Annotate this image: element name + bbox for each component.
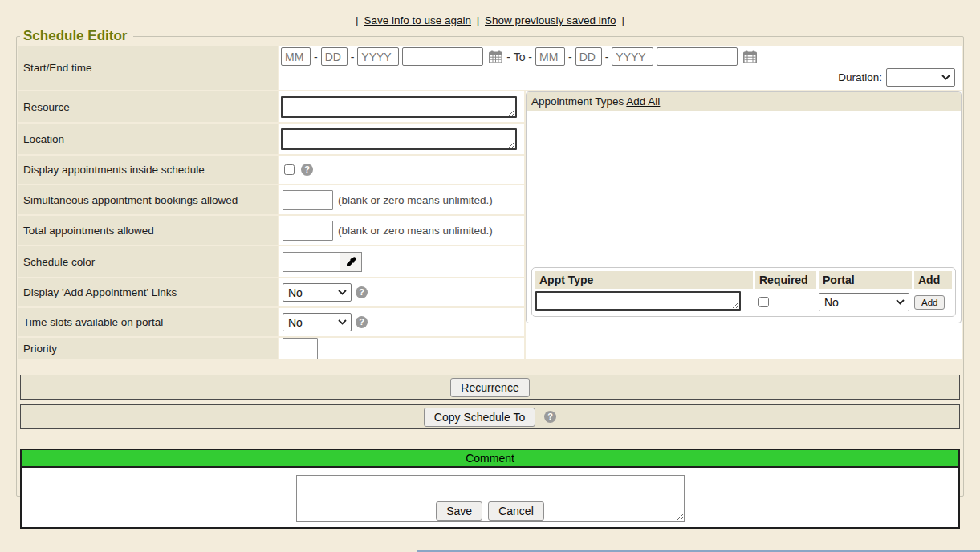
pipe-separator: |: [356, 14, 359, 26]
appt-type-input-row: No Add: [535, 291, 952, 313]
end-month-input[interactable]: [535, 47, 565, 66]
resource-label: Resource: [18, 91, 278, 122]
recurrence-button[interactable]: Recurrence: [450, 378, 529, 397]
calendar-icon[interactable]: [742, 50, 758, 64]
priority-cell: [279, 338, 524, 359]
show-previously-saved-link[interactable]: Show previously saved info: [485, 14, 616, 26]
display-inside-checkbox[interactable]: [284, 164, 295, 175]
end-day-input[interactable]: [575, 47, 602, 66]
required-checkbox[interactable]: [758, 297, 769, 307]
appt-type-column-header: Appt Type: [535, 271, 753, 289]
location-input[interactable]: [281, 128, 517, 150]
start-end-label: Start/End time: [18, 46, 278, 90]
duration-label: Duration:: [838, 71, 882, 83]
chevron-down-icon: [338, 319, 347, 325]
simultaneous-cell: (blank or zero means unlimited.): [279, 185, 524, 214]
add-appt-links-cell: No ?: [279, 278, 524, 306]
footer-actions: Save Cancel: [0, 501, 980, 521]
time-slots-cell: No ?: [279, 308, 524, 336]
page-title: Schedule Editor: [20, 28, 133, 44]
start-year-input[interactable]: [357, 47, 399, 66]
add-appt-links-select[interactable]: No: [283, 283, 352, 302]
appt-type-header-row: Appt Type Required Portal Add: [535, 271, 952, 289]
pipe-separator: |: [621, 14, 624, 26]
date-dash: -: [351, 51, 355, 63]
simultaneous-note: (blank or zero means unlimited.): [338, 194, 493, 206]
priority-input[interactable]: [283, 338, 318, 359]
date-dash: -: [314, 51, 318, 63]
total-allowed-label: Total appointments allowed: [18, 216, 278, 245]
portal-column-header: Portal: [819, 271, 912, 289]
display-inside-label: Display appointments inside schedule: [18, 156, 278, 184]
schedule-form: Start/End time - - - To: [18, 46, 962, 359]
color-picker-button[interactable]: [340, 252, 362, 272]
copy-schedule-bar: Copy Schedule To ?: [20, 404, 960, 429]
location-cell: [279, 124, 524, 154]
appt-type-table: Appt Type Required Portal Add No: [531, 267, 956, 317]
appt-type-input[interactable]: [535, 291, 741, 310]
help-icon[interactable]: ?: [544, 411, 556, 423]
cancel-button[interactable]: Cancel: [488, 501, 544, 521]
simultaneous-label: Simultaneous appointment bookings allowe…: [18, 185, 278, 214]
resource-input[interactable]: [281, 96, 517, 118]
add-all-link[interactable]: Add All: [626, 95, 660, 108]
time-slots-label: Time slots available on portal: [18, 308, 278, 336]
schedule-editor-panel: Schedule Editor Start/End time - -: [16, 28, 964, 497]
portal-select[interactable]: No: [819, 293, 909, 311]
end-year-input[interactable]: [612, 47, 653, 66]
comment-header: Comment: [22, 450, 958, 466]
start-time-input[interactable]: [402, 47, 483, 66]
resource-cell: [279, 91, 524, 122]
calendar-icon[interactable]: [488, 50, 503, 64]
priority-label: Priority: [18, 338, 278, 359]
appointment-types-list: [527, 111, 961, 263]
top-links-bar: | Save info to use again | Show previous…: [0, 0, 980, 26]
pipe-separator: |: [477, 14, 480, 26]
total-allowed-cell: (blank or zero means unlimited.): [279, 216, 524, 245]
chevron-down-icon: [896, 299, 905, 305]
help-icon[interactable]: ?: [301, 164, 313, 176]
simultaneous-input[interactable]: [283, 190, 333, 210]
start-end-cell: - - - To - - -: [279, 46, 962, 90]
chevron-down-icon: [941, 75, 950, 80]
add-column-header: Add: [914, 271, 952, 289]
chevron-down-icon: [338, 290, 347, 295]
recurrence-bar: Recurrence: [20, 375, 960, 400]
appointment-types-panel: Appointment Types Add All Appt Type Requ…: [526, 91, 962, 323]
time-slots-select[interactable]: No: [283, 313, 352, 331]
save-info-link[interactable]: Save info to use again: [364, 14, 471, 26]
date-dash: -: [568, 51, 572, 63]
location-label: Location: [18, 124, 278, 154]
end-time-input[interactable]: [657, 47, 738, 66]
schedule-color-input[interactable]: [283, 252, 340, 272]
appointment-types-cell: Appointment Types Add All Appt Type Requ…: [526, 91, 962, 359]
help-icon[interactable]: ?: [356, 286, 368, 298]
schedule-color-cell: [279, 246, 524, 277]
to-separator: - To -: [506, 51, 532, 63]
add-appt-type-button[interactable]: Add: [914, 295, 945, 310]
appointment-types-title: Appointment Types: [531, 95, 624, 108]
start-month-input[interactable]: [281, 47, 311, 66]
duration-select[interactable]: [886, 68, 955, 87]
total-allowed-input[interactable]: [283, 221, 333, 241]
appointment-types-header: Appointment Types Add All: [527, 92, 961, 111]
schedule-color-label: Schedule color: [18, 246, 278, 277]
required-column-header: Required: [755, 271, 816, 289]
save-button[interactable]: Save: [436, 501, 482, 521]
date-dash: -: [605, 51, 609, 63]
total-allowed-note: (blank or zero means unlimited.): [338, 225, 493, 237]
eyedropper-icon: [346, 257, 356, 267]
display-inside-cell: ?: [279, 156, 524, 184]
add-appt-links-label: Display 'Add Appointment' Links: [18, 278, 278, 306]
help-icon[interactable]: ?: [356, 316, 368, 328]
start-day-input[interactable]: [321, 47, 348, 66]
copy-schedule-to-button[interactable]: Copy Schedule To: [424, 408, 535, 427]
